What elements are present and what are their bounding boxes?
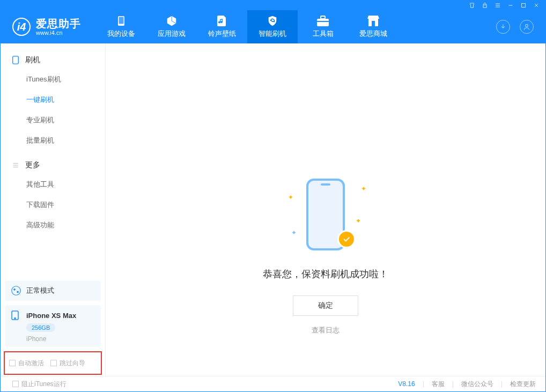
checkbox-icon xyxy=(9,360,16,366)
sidebar-item-pro-flash[interactable]: 专业刷机 xyxy=(1,110,105,130)
user-icon[interactable] xyxy=(520,20,534,34)
footer-link-update[interactable]: 检查更新 xyxy=(510,380,536,389)
checkbox-label: 自动激活 xyxy=(18,359,44,368)
tab-my-device[interactable]: 我的设备 xyxy=(96,10,146,43)
cube-icon xyxy=(166,15,178,27)
view-log-link[interactable]: 查看日志 xyxy=(218,326,433,335)
menu-icon[interactable] xyxy=(494,2,501,9)
tab-label: 工具箱 xyxy=(313,29,334,39)
download-icon[interactable] xyxy=(496,20,510,34)
titlebar xyxy=(1,1,545,10)
ok-button[interactable]: 确定 xyxy=(293,295,358,316)
checkbox-label: 阻止iTunes运行 xyxy=(21,380,67,389)
app-url: www.i4.cn xyxy=(36,29,81,36)
sidebar-item-itunes-flash[interactable]: iTunes刷机 xyxy=(1,69,105,90)
side-head-label: 刷机 xyxy=(25,55,40,65)
sparkle-icon: ✦ xyxy=(291,229,297,236)
device-type: iPhone xyxy=(26,335,94,343)
nav-right xyxy=(496,20,545,34)
sidebar-item-oneclick-flash[interactable]: 一键刷机 xyxy=(1,90,105,110)
tab-label: 铃声壁纸 xyxy=(208,29,236,39)
status-mode: 正常模式 xyxy=(26,286,54,295)
result-message: 恭喜您，保资料刷机成功啦！ xyxy=(218,268,433,280)
sidebar-item-other-tools[interactable]: 其他工具 xyxy=(1,174,105,195)
check-badge-icon xyxy=(337,230,356,248)
music-file-icon xyxy=(217,15,227,27)
svg-point-15 xyxy=(14,318,16,319)
device-icon xyxy=(11,56,20,64)
sidebar: 刷机 iTunes刷机 一键刷机 专业刷机 批量刷机 更多 其他工具 下载固件 … xyxy=(1,43,106,376)
status-card[interactable]: 正常模式 xyxy=(5,280,101,301)
checkbox-block-itunes[interactable]: 阻止iTunes运行 xyxy=(12,380,67,389)
svg-point-12 xyxy=(13,289,16,291)
list-icon xyxy=(11,161,20,169)
version-label: V8.16 xyxy=(398,380,415,388)
checkbox-icon xyxy=(50,360,57,366)
maximize-icon[interactable] xyxy=(520,2,527,9)
side-group-flash: 刷机 iTunes刷机 一键刷机 专业刷机 批量刷机 xyxy=(1,51,105,151)
svg-rect-5 xyxy=(321,16,325,19)
result-panel: ✦ ✦ ✦ ✦ 恭喜您，保资料刷机成功啦！ 确定 查看日志 xyxy=(218,174,433,335)
lock-icon[interactable] xyxy=(481,2,489,9)
tab-label: 应用游戏 xyxy=(158,29,186,39)
svg-rect-4 xyxy=(317,19,329,26)
nav-bar: i4 爱思助手 www.i4.cn 我的设备 应用游戏 铃声壁纸 智能刷机 工具… xyxy=(1,10,545,43)
footer-link-wechat[interactable]: 微信公众号 xyxy=(461,380,493,389)
body: 刷机 iTunes刷机 一键刷机 专业刷机 批量刷机 更多 其他工具 下载固件 … xyxy=(1,43,545,376)
options-highlight-box: 自动激活 跳过向导 xyxy=(4,351,102,375)
device-card[interactable]: iPhone XS Max 256GB iPhone xyxy=(5,305,101,347)
minimize-icon[interactable] xyxy=(507,2,514,9)
sidebar-item-download-firmware[interactable]: 下载固件 xyxy=(1,195,105,215)
tab-label: 智能刷机 xyxy=(259,29,286,39)
svg-rect-3 xyxy=(119,17,124,24)
checkbox-auto-activate[interactable]: 自动激活 xyxy=(9,359,44,368)
refresh-shield-icon xyxy=(267,15,278,27)
svg-rect-8 xyxy=(372,21,375,26)
app-name: 爱思助手 xyxy=(36,18,81,29)
side-head-flash: 刷机 xyxy=(1,51,105,69)
side-head-label: 更多 xyxy=(25,160,40,170)
side-head-more: 更多 xyxy=(1,156,105,174)
tab-smart-flash[interactable]: 智能刷机 xyxy=(247,10,298,43)
svg-point-13 xyxy=(17,291,19,293)
svg-point-11 xyxy=(12,286,21,295)
success-illustration: ✦ ✦ ✦ ✦ xyxy=(277,174,374,255)
svg-rect-10 xyxy=(13,56,19,64)
tab-ringtones-wallpapers[interactable]: 铃声壁纸 xyxy=(197,10,247,43)
footer-link-support[interactable]: 客服 xyxy=(432,380,445,389)
logo-mark-icon: i4 xyxy=(12,18,31,36)
device-name: iPhone XS Max xyxy=(26,312,76,320)
sidebar-bottom: 正常模式 iPhone XS Max 256GB iPhone 自动激活 跳过向… xyxy=(1,276,105,376)
checkbox-label: 跳过向导 xyxy=(60,359,85,368)
tab-toolbox[interactable]: 工具箱 xyxy=(298,10,348,43)
store-icon xyxy=(367,15,379,27)
phone-icon xyxy=(117,15,125,27)
toolbox-icon xyxy=(317,15,329,27)
side-group-more: 更多 其他工具 下载固件 高级功能 xyxy=(1,156,105,235)
sidebar-item-advanced[interactable]: 高级功能 xyxy=(1,215,105,235)
main-panel: ✦ ✦ ✦ ✦ 恭喜您，保资料刷机成功啦！ 确定 查看日志 xyxy=(106,43,545,376)
sidebar-item-batch-flash[interactable]: 批量刷机 xyxy=(1,130,105,151)
device-storage: 256GB xyxy=(26,323,55,332)
tab-apps-games[interactable]: 应用游戏 xyxy=(146,10,197,43)
phone-outline-icon xyxy=(11,310,21,320)
sparkle-icon: ✦ xyxy=(356,217,361,225)
tab-label: 我的设备 xyxy=(107,29,135,39)
footer: 阻止iTunes运行 V8.16 | 客服 | 微信公众号 | 检查更新 xyxy=(1,376,545,391)
svg-rect-0 xyxy=(483,5,486,8)
sparkle-icon: ✦ xyxy=(288,194,293,201)
svg-rect-6 xyxy=(317,21,329,22)
nav-tabs: 我的设备 应用游戏 铃声壁纸 智能刷机 工具箱 爱思商城 xyxy=(96,10,399,43)
close-icon[interactable] xyxy=(533,2,540,9)
checkbox-icon xyxy=(12,381,19,387)
tab-label: 爱思商城 xyxy=(359,29,387,39)
app-logo: i4 爱思助手 www.i4.cn xyxy=(1,18,96,36)
shirt-icon[interactable] xyxy=(468,2,476,9)
checkbox-skip-guide[interactable]: 跳过向导 xyxy=(50,359,85,368)
sync-icon xyxy=(11,286,21,295)
svg-rect-1 xyxy=(522,4,526,8)
sparkle-icon: ✦ xyxy=(361,185,366,193)
tab-store[interactable]: 爱思商城 xyxy=(348,10,399,43)
svg-point-9 xyxy=(526,24,528,27)
